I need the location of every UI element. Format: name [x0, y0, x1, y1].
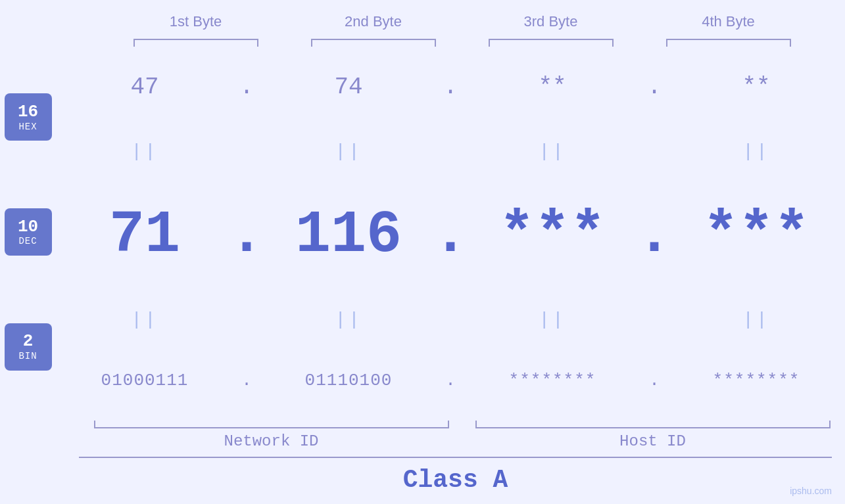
bottom-labels: Network ID Host ID: [79, 432, 845, 450]
dec-dot3: .: [641, 202, 667, 269]
bracket2: [285, 34, 462, 47]
hex-dot3: .: [641, 74, 667, 101]
network-id-label: Network ID: [94, 432, 449, 450]
main-container: 1st Byte 2nd Byte 3rd Byte 4th Byte 16 H…: [0, 0, 845, 504]
host-bracket: [475, 421, 831, 428]
hex-badge: 16 HEX: [5, 93, 52, 141]
main-content: 16 HEX 10 DEC 2 BIN 47 .: [0, 47, 845, 417]
bin-b2: 01110100: [260, 371, 437, 390]
dec-b2: 116: [260, 206, 437, 265]
dec-dot1: .: [233, 202, 260, 269]
dec-badge-number: 10: [18, 218, 38, 237]
watermark: ipshu.com: [790, 486, 832, 496]
bin-badge-label: BIN: [18, 351, 37, 361]
hex-badge-label: HEX: [18, 122, 37, 132]
hex-b3: **: [464, 74, 641, 101]
network-bracket: [94, 421, 449, 428]
class-label: Class A: [403, 466, 508, 494]
hex-b4: **: [667, 74, 845, 101]
bin-dot3: .: [641, 371, 667, 390]
host-id-label: Host ID: [475, 432, 831, 450]
bracket-row: [39, 34, 845, 47]
hex-dot2: .: [437, 74, 464, 101]
dec-dot2: .: [437, 202, 464, 269]
dec-badge: 10 DEC: [5, 208, 52, 256]
badges-column: 16 HEX 10 DEC 2 BIN: [0, 47, 56, 417]
bottom-area: Network ID Host ID Class A: [0, 417, 845, 504]
byte2-header: 2nd Byte: [285, 13, 462, 30]
class-bar: Class A: [79, 457, 832, 497]
hex-row: 47 . 74 . ** . **: [56, 74, 845, 101]
bin-dot1: .: [233, 371, 260, 390]
hex-b2: 74: [260, 74, 437, 101]
bin-b3: ********: [464, 371, 641, 390]
bottom-brackets: [79, 421, 845, 428]
bin-b4: ********: [667, 371, 845, 390]
hex-dot1: .: [233, 74, 260, 101]
dec-b3: ***: [464, 206, 641, 265]
byte4-header: 4th Byte: [640, 13, 817, 30]
bin-row: 01000111 . 01110100 . ******** .: [56, 371, 845, 390]
hex-b1: 47: [56, 74, 233, 101]
bytes-grid: 47 . 74 . ** . **: [56, 47, 845, 417]
bin-badge: 2 BIN: [5, 323, 52, 371]
hex-badge-number: 16: [18, 103, 38, 122]
dec-badge-label: DEC: [18, 236, 37, 246]
bin-badge-number: 2: [23, 332, 34, 351]
dec-b4: ***: [667, 206, 845, 265]
bracket4: [640, 34, 817, 47]
byte1-header: 1st Byte: [107, 13, 285, 30]
bin-b1: 01000111: [56, 371, 233, 390]
byte-headers: 1st Byte 2nd Byte 3rd Byte 4th Byte: [39, 0, 845, 30]
sep-row-1: || || || ||: [56, 141, 845, 161]
byte3-header: 3rd Byte: [462, 13, 640, 30]
dec-b1: 71: [56, 206, 233, 265]
dec-row: 71 . 116 . *** . ***: [56, 202, 845, 269]
bracket1: [107, 34, 285, 47]
bin-dot2: .: [437, 371, 464, 390]
sep-row-2: || || || ||: [56, 310, 845, 330]
bracket3: [462, 34, 640, 47]
